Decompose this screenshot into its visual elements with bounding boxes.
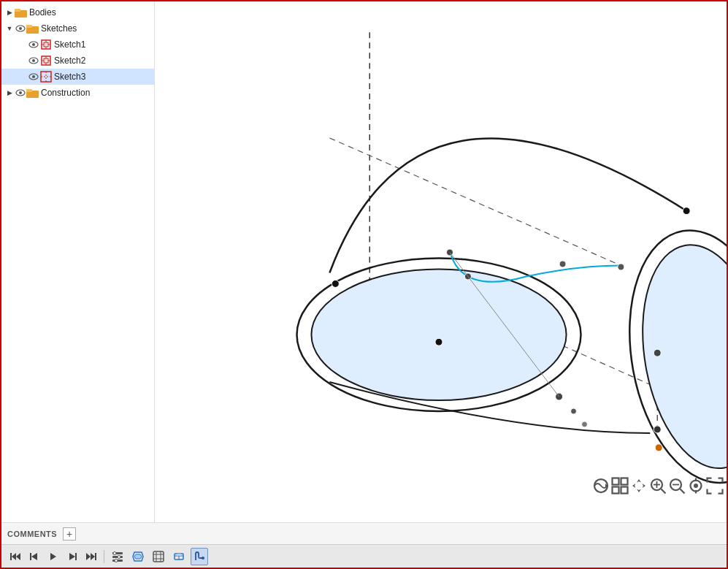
svg-point-7 — [32, 43, 35, 46]
eye-icon-sketch1[interactable] — [28, 39, 39, 50]
svg-rect-77 — [95, 553, 96, 560]
svg-marker-72 — [50, 553, 56, 560]
svg-point-44 — [582, 421, 588, 427]
expand-bodies[interactable]: ▶ — [4, 7, 15, 18]
tree-item-sketch1[interactable]: Sketch1 — [1, 37, 154, 53]
zoom-button[interactable] — [668, 477, 686, 494]
svg-rect-53 — [621, 478, 628, 485]
timeline-last-button[interactable] — [83, 549, 99, 565]
svg-line-61 — [681, 489, 685, 494]
sketch1-label: Sketch1 — [54, 39, 85, 50]
svg-point-19 — [32, 75, 35, 78]
fullscreen-button[interactable] — [706, 477, 724, 494]
svg-point-43 — [571, 408, 577, 414]
left-panel: ▶ Bodies ▼ — [1, 1, 155, 522]
svg-marker-73 — [69, 553, 75, 560]
eye-icon-sketches[interactable] — [15, 23, 26, 34]
eye-icon-sketch3[interactable] — [28, 71, 39, 83]
svg-marker-68 — [16, 553, 20, 560]
tree-item-sketch3[interactable]: Sketch3 — [1, 69, 154, 85]
svg-point-81 — [113, 551, 116, 554]
sketch-icon-2 — [39, 55, 53, 66]
pan-button[interactable] — [630, 477, 648, 494]
view-menu-button[interactable] — [611, 477, 629, 494]
right-toolbar — [592, 477, 724, 494]
svg-point-95 — [202, 557, 204, 560]
svg-point-64 — [694, 484, 698, 488]
svg-point-46 — [654, 426, 661, 433]
svg-marker-76 — [91, 553, 95, 560]
folder-icon-sketches — [26, 23, 39, 34]
svg-line-28 — [329, 138, 621, 266]
svg-point-13 — [32, 59, 35, 62]
timeline-prev-button[interactable] — [26, 549, 42, 565]
bottom-bar: COMMENTS + — [1, 522, 727, 544]
svg-point-24 — [19, 91, 22, 94]
construction-label: Construction — [41, 88, 90, 98]
main-container: ▶ Bodies ▼ — [1, 1, 727, 568]
timeline-next-button[interactable] — [64, 549, 80, 565]
svg-rect-26 — [26, 89, 32, 92]
svg-point-42 — [556, 393, 563, 400]
svg-rect-71 — [30, 553, 31, 560]
svg-marker-75 — [86, 553, 91, 560]
svg-point-45 — [654, 349, 661, 356]
svg-point-3 — [19, 27, 22, 30]
svg-rect-54 — [613, 487, 619, 494]
svg-rect-94 — [177, 554, 181, 556]
expand-sketches[interactable]: ▼ — [4, 23, 15, 34]
eye-icon-sketch2[interactable] — [28, 55, 39, 66]
sketch-icon-3 — [39, 71, 53, 83]
viewport[interactable] — [155, 1, 727, 522]
timeline-tool-1[interactable] — [109, 548, 126, 565]
folder-icon-construction — [26, 88, 39, 98]
tree-item-construction[interactable]: ▶ Construction — [1, 85, 154, 101]
svg-rect-74 — [75, 553, 77, 560]
svg-rect-86 — [153, 551, 164, 562]
eye-icon-construction[interactable] — [15, 87, 26, 99]
svg-point-41 — [618, 264, 624, 270]
display-settings-button[interactable] — [687, 477, 705, 494]
3d-viewport-svg — [155, 1, 727, 522]
add-comment-button[interactable]: + — [63, 527, 76, 541]
svg-rect-52 — [613, 478, 619, 485]
timeline-first-button[interactable] — [7, 549, 23, 565]
svg-point-83 — [115, 559, 118, 562]
expand-construction[interactable]: ▶ — [4, 88, 15, 98]
bodies-label: Bodies — [29, 7, 56, 18]
tree-item-bodies[interactable]: ▶ Bodies — [1, 4, 154, 20]
svg-line-57 — [662, 489, 666, 494]
tree-item-sketches[interactable]: ▼ Sketches — [1, 20, 154, 37]
svg-rect-5 — [26, 25, 32, 28]
svg-rect-11 — [44, 42, 48, 47]
svg-marker-85 — [134, 554, 142, 559]
sketch3-label: Sketch3 — [54, 72, 85, 82]
timeline-separator-1 — [104, 550, 104, 563]
svg-point-40 — [559, 261, 566, 267]
svg-point-32 — [311, 269, 566, 400]
svg-rect-1 — [15, 9, 20, 12]
timeline-tool-5-active[interactable] — [191, 548, 208, 565]
svg-point-47 — [655, 444, 662, 451]
svg-point-82 — [118, 555, 120, 558]
folder-icon-bodies — [15, 7, 28, 18]
svg-rect-69 — [10, 553, 12, 560]
zoom-fit-button[interactable] — [649, 477, 667, 494]
comments-label: COMMENTS — [7, 530, 57, 538]
svg-point-36 — [332, 280, 339, 287]
timeline-tool-3[interactable] — [150, 548, 167, 565]
svg-point-37 — [683, 207, 690, 215]
timeline-play-button[interactable] — [45, 549, 61, 565]
timeline-tool-2[interactable] — [129, 548, 147, 565]
svg-rect-55 — [621, 487, 628, 494]
orbit-button[interactable] — [592, 477, 610, 494]
sketch-icon-1 — [39, 39, 53, 50]
timeline-bar — [1, 544, 727, 568]
tree-item-sketch2[interactable]: Sketch2 — [1, 53, 154, 69]
svg-marker-67 — [12, 553, 16, 560]
content-area: ▶ Bodies ▼ — [1, 1, 727, 522]
sketch2-label: Sketch2 — [54, 56, 85, 66]
svg-rect-17 — [44, 58, 48, 63]
timeline-tool-4[interactable] — [170, 548, 188, 565]
svg-point-35 — [435, 338, 442, 345]
